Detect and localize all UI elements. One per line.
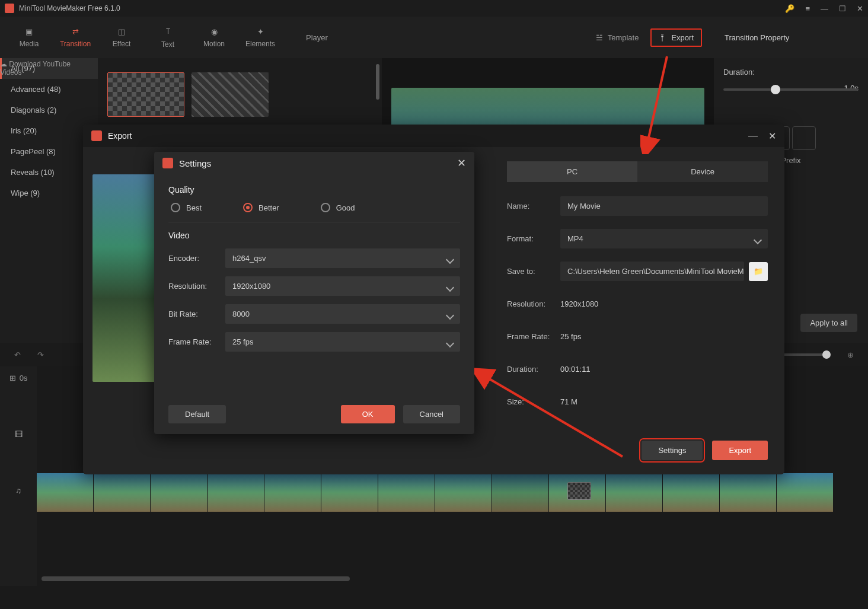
folder-icon: 📁 — [754, 267, 763, 276]
player-header: Player ☱ Template ⭱ Export — [294, 17, 714, 58]
toolbar-motion[interactable]: ◉ Motion — [191, 17, 237, 58]
export-button-top[interactable]: ⭱ Export — [650, 28, 702, 47]
close-icon[interactable]: ✕ — [768, 130, 776, 142]
bitrate-select[interactable]: 8000 — [225, 304, 460, 324]
upload-icon: ⭱ — [659, 33, 666, 42]
app-logo — [162, 158, 173, 168]
text-icon: Ｔ — [164, 26, 172, 37]
export-dialog-title: Export — [108, 131, 738, 141]
toolbar-text[interactable]: Ｔ Text — [145, 17, 191, 58]
quality-radio-group: Best Better Good — [168, 203, 460, 212]
template-button[interactable]: ☱ Template — [596, 33, 639, 42]
audio-track-icon: ♫ — [15, 486, 21, 495]
transition-thumb[interactable] — [107, 72, 184, 117]
settings-dialog: Settings ✕ Quality Best Better Good Vide… — [154, 152, 474, 434]
default-button[interactable]: Default — [168, 405, 226, 423]
resolution-select[interactable]: 1920x1080 — [225, 276, 460, 296]
quality-better[interactable]: Better — [243, 203, 279, 212]
redo-icon[interactable]: ↷ — [37, 350, 44, 359]
app-logo — [5, 4, 14, 13]
export-confirm-button[interactable]: Export — [712, 441, 768, 460]
apply-to-all-button[interactable]: Apply to all — [800, 314, 857, 332]
toolbar: ▣ Media ⇄ Transition ◫ Effect Ｔ Text ◉ M… — [0, 17, 868, 58]
tab-pc[interactable]: PC — [507, 161, 637, 182]
minimize-icon[interactable]: — — [821, 4, 828, 13]
video-heading: Video — [168, 231, 460, 240]
sidebar-item-diagonals[interactable]: Diagonals (2) — [0, 100, 98, 120]
clip[interactable] — [94, 473, 150, 512]
key-icon[interactable]: 🔑 — [785, 4, 794, 13]
size-value: 71 M — [560, 392, 768, 412]
property-header: Transition Property — [714, 17, 868, 58]
quality-heading: Quality — [168, 185, 460, 195]
format-select[interactable]: MP4 — [560, 229, 768, 248]
duration-label: Duration: — [723, 68, 859, 76]
quality-good[interactable]: Good — [321, 203, 355, 212]
toolbar-elements[interactable]: ✦ Elements — [237, 17, 283, 58]
video-track-icon: 🎞 — [15, 430, 23, 439]
clip[interactable] — [321, 473, 378, 512]
clip[interactable] — [208, 473, 264, 512]
scrollbar-horizontal[interactable] — [42, 576, 350, 581]
clip[interactable] — [720, 473, 776, 512]
motion-icon: ◉ — [211, 27, 218, 36]
layers-icon: ☱ — [596, 33, 603, 42]
undo-icon[interactable]: ↶ — [14, 350, 21, 359]
resolution-label: Resolution: — [507, 299, 560, 308]
folder-icon: ▣ — [25, 27, 33, 36]
encoder-label: Encoder: — [168, 254, 225, 263]
scrollbar-vertical[interactable] — [376, 64, 379, 100]
name-input[interactable]: My Movie — [560, 196, 768, 216]
clip[interactable] — [492, 473, 548, 512]
effect-icon: ◫ — [118, 27, 125, 36]
add-track-icon[interactable]: ⊞ — [9, 374, 16, 382]
zoom-in-icon[interactable]: ⊕ — [847, 350, 854, 359]
preset-prefix-2[interactable] — [792, 126, 816, 150]
browse-folder-button[interactable]: 📁 — [749, 262, 768, 281]
duration-slider[interactable] — [723, 88, 859, 91]
video-track[interactable] — [37, 473, 862, 512]
transition-icon: ⇄ — [72, 27, 79, 36]
tab-device[interactable]: Device — [637, 161, 768, 182]
ok-button[interactable]: OK — [341, 405, 395, 423]
transition-thumb[interactable] — [192, 72, 269, 117]
app-title: MiniTool MovieMaker Free 6.1.0 — [19, 4, 785, 12]
saveto-label: Save to: — [507, 267, 560, 276]
clip[interactable] — [606, 473, 662, 512]
timeline-position: 0s — [20, 374, 28, 382]
clip[interactable] — [151, 473, 207, 512]
cancel-button[interactable]: Cancel — [403, 405, 460, 423]
export-settings-button[interactable]: Settings — [642, 441, 703, 460]
duration-value: 00:01:11 — [560, 359, 768, 379]
saveto-input[interactable]: C:\Users\Helen Green\Documents\MiniTool … — [560, 262, 744, 281]
toolbar-effect[interactable]: ◫ Effect — [98, 17, 145, 58]
export-target-tabs: PC Device — [507, 161, 768, 182]
minimize-icon[interactable]: — — [748, 130, 758, 141]
clip[interactable] — [777, 473, 833, 512]
clip[interactable] — [37, 473, 93, 512]
close-icon[interactable]: ✕ — [457, 157, 466, 170]
close-icon[interactable]: ✕ — [857, 4, 863, 13]
elements-icon: ✦ — [257, 27, 264, 36]
duration-label: Duration: — [507, 365, 560, 374]
slider-thumb[interactable] — [771, 85, 780, 94]
settings-dialog-title: Settings — [179, 158, 457, 168]
framerate-select[interactable]: 25 fps — [225, 332, 460, 352]
clip[interactable] — [378, 473, 435, 512]
sidebar-item-advanced[interactable]: Advanced (48) — [0, 79, 98, 100]
clip[interactable] — [435, 473, 492, 512]
clip[interactable] — [663, 473, 719, 512]
quality-best[interactable]: Best — [171, 203, 202, 212]
encoder-select[interactable]: h264_qsv — [225, 248, 460, 268]
toolbar-transition[interactable]: ⇄ Transition — [52, 17, 98, 58]
transition-on-clip[interactable] — [567, 482, 591, 500]
framerate-value: 25 fps — [560, 327, 768, 346]
size-label: Size: — [507, 397, 560, 406]
maximize-icon[interactable]: ☐ — [839, 4, 846, 13]
player-label: Player — [306, 33, 328, 42]
toolbar-media[interactable]: ▣ Media — [6, 17, 52, 58]
menu-icon[interactable]: ≡ — [805, 4, 810, 13]
format-label: Format: — [507, 234, 560, 243]
clip[interactable] — [264, 473, 321, 512]
framerate-label: Frame Rate: — [507, 332, 560, 341]
